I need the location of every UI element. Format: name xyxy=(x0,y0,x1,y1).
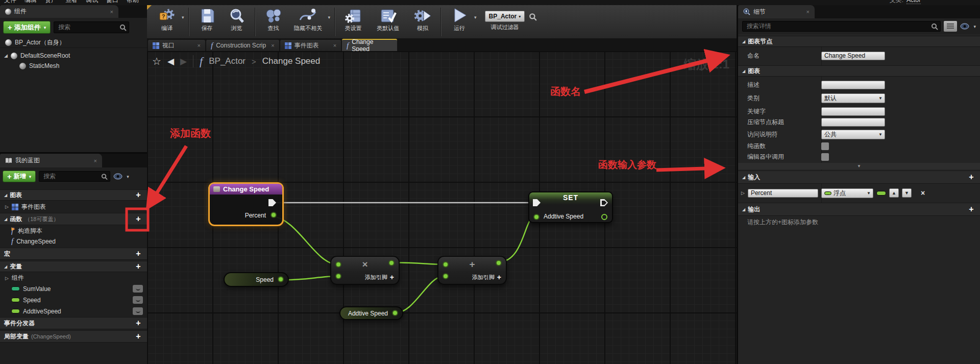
eye-filter-icon[interactable] xyxy=(960,23,970,30)
compile-options-dropdown[interactable]: ▾ xyxy=(182,15,184,20)
add-in-pin-b[interactable] xyxy=(443,273,449,279)
section-event-dispatchers[interactable]: 事件分发器 + xyxy=(0,317,147,329)
add-graph-button[interactable]: + xyxy=(134,190,143,200)
variable-sumvalue[interactable]: SumValue xyxy=(0,283,147,294)
category-dropdown[interactable]: 默认 ▼ xyxy=(821,93,885,103)
expand-icon[interactable]: ▷ xyxy=(741,190,745,196)
visibility-toggle[interactable] xyxy=(133,285,143,293)
section-collapse-bar[interactable]: ▼ xyxy=(738,163,980,169)
multiply-in-pin-b[interactable] xyxy=(335,273,341,279)
hide-unrelated-dropdown[interactable]: ▾ xyxy=(328,15,331,20)
eye-filter-icon[interactable] xyxy=(113,173,124,180)
tab-event-graph[interactable]: 事件图表 × xyxy=(280,40,341,51)
pass-by-ref-toggle[interactable] xyxy=(876,191,886,196)
add-variable-button[interactable]: + xyxy=(134,262,143,271)
save-button[interactable]: 保存 xyxy=(192,8,222,32)
node-set[interactable]: SET Addtive Speed xyxy=(528,191,613,223)
hide-unrelated-button[interactable]: 隐藏不相关 xyxy=(288,8,328,32)
section-graph[interactable]: ◢ 图表 xyxy=(738,65,980,77)
add-component-button[interactable]: + 添加组件 ▾ xyxy=(3,21,51,34)
tab-components[interactable]: 组件 × xyxy=(0,5,118,18)
variable-addtivespeed[interactable]: AddtiveSpeed xyxy=(0,306,147,317)
components-search-input[interactable]: 搜索 xyxy=(54,21,129,33)
tab-my-blueprint[interactable]: 我的蓝图 × xyxy=(0,154,102,167)
blueprint-search-input[interactable]: 搜索 xyxy=(39,171,110,182)
item-event-graph[interactable]: ▷ 事件图表 xyxy=(0,202,147,212)
tab-details[interactable]: 细节 × xyxy=(738,5,815,18)
tree-item-scene-root[interactable]: ◢ DefaultSceneRoot xyxy=(0,51,147,60)
section-graphs[interactable]: ◢ 图表 + xyxy=(0,189,147,201)
node-get-addtive-speed[interactable]: Addtive Speed xyxy=(339,306,403,320)
tree-item-static-mesh[interactable]: StaticMesh xyxy=(0,61,147,70)
tree-item-bp-actor[interactable]: BP_Actor（自身） xyxy=(0,38,147,48)
browse-button[interactable]: 浏览 xyxy=(222,8,252,32)
debug-object-dropdown[interactable]: BP_Actor ▾ xyxy=(485,11,525,22)
keywords-input[interactable] xyxy=(821,107,885,116)
class-defaults-button[interactable]: 类默认值 xyxy=(368,8,408,32)
tab-viewport[interactable]: 视口 × xyxy=(148,40,205,51)
variable-speed[interactable]: Speed xyxy=(0,295,147,305)
add-dispatcher-button[interactable]: + xyxy=(134,319,143,328)
class-settings-button[interactable]: 类设置 xyxy=(338,8,368,32)
pure-function-checkbox[interactable] xyxy=(821,142,829,150)
exec-out-pin[interactable] xyxy=(268,199,276,206)
multiply-out-pin[interactable] xyxy=(388,260,395,266)
percent-out-pin[interactable] xyxy=(271,212,277,218)
add-pin-button[interactable]: 添加引脚+ xyxy=(365,273,394,281)
node-get-speed[interactable]: Speed xyxy=(224,272,289,287)
item-change-speed-function[interactable]: f ChangeSpeed xyxy=(0,236,147,246)
close-icon[interactable]: × xyxy=(198,42,201,48)
menu-debug[interactable]: 调试 xyxy=(86,0,98,4)
menu-asset[interactable]: 资产 xyxy=(45,0,57,4)
description-input[interactable] xyxy=(821,81,885,89)
add-local-variable-button[interactable]: + xyxy=(134,332,143,341)
add-pin-button[interactable]: 添加引脚+ xyxy=(472,273,501,281)
find-button[interactable]: 查找 xyxy=(259,8,288,32)
chevron-down-icon[interactable]: ▾ xyxy=(973,24,976,29)
simulate-button[interactable]: 模拟 xyxy=(408,8,437,32)
section-local-variables[interactable]: 局部变量 (ChangeSpeed) + xyxy=(0,330,147,343)
close-icon[interactable]: × xyxy=(271,42,274,48)
section-outputs[interactable]: ◢ 输出 + xyxy=(738,203,980,216)
section-functions[interactable]: ◢ 函数 （18可覆盖） + xyxy=(0,213,147,225)
close-icon[interactable]: × xyxy=(806,9,810,15)
function-name-input[interactable]: Change Speed xyxy=(821,52,885,60)
details-search-input[interactable]: 搜索详情 xyxy=(742,21,941,32)
node-add[interactable]: + 添加引脚+ xyxy=(437,256,507,285)
visibility-toggle[interactable] xyxy=(133,296,143,304)
add-input-button[interactable]: + xyxy=(967,173,976,182)
addtive-out-pin[interactable] xyxy=(392,310,398,316)
debug-search-icon[interactable] xyxy=(529,13,537,21)
input-name-field[interactable]: Percent xyxy=(748,189,818,198)
compact-title-input[interactable] xyxy=(821,118,885,127)
display-mode-button[interactable] xyxy=(944,21,957,32)
visibility-toggle[interactable] xyxy=(133,307,143,315)
section-variables[interactable]: ◢ 变量 + xyxy=(0,261,147,272)
section-macros[interactable]: 宏 + xyxy=(0,248,147,260)
menu-file[interactable]: 文件 xyxy=(4,0,16,4)
section-graph-node[interactable]: ◢ 图表节点 xyxy=(738,36,980,47)
move-down-button[interactable]: ▼ xyxy=(902,188,912,198)
close-icon[interactable]: × xyxy=(110,9,113,15)
new-button[interactable]: + 新增 ▾ xyxy=(3,171,36,182)
graph-canvas[interactable]: ☆ ◀ ▶ f BP_Actor > Change Speed 缩放 1:1 C… xyxy=(147,51,737,364)
add-output-button[interactable]: + xyxy=(967,205,976,214)
add-out-pin[interactable] xyxy=(496,260,502,266)
collapse-icon[interactable]: ◢ xyxy=(4,53,8,58)
compile-button[interactable]: ? 编译 xyxy=(152,8,182,32)
close-icon[interactable]: × xyxy=(333,42,336,48)
input-type-dropdown[interactable]: 浮点 ▼ xyxy=(821,188,873,198)
add-in-pin-a[interactable] xyxy=(443,261,449,268)
chevron-down-icon[interactable]: ▾ xyxy=(127,174,129,179)
menu-edit[interactable]: 编辑 xyxy=(24,0,37,4)
multiply-in-pin-a[interactable] xyxy=(335,261,341,268)
item-construction-script[interactable]: f ▶ 构造脚本 xyxy=(0,226,147,236)
play-button[interactable]: 运行 xyxy=(445,8,474,32)
speed-out-pin[interactable] xyxy=(278,276,284,282)
node-function-entry[interactable]: Change Speed Percent xyxy=(208,182,284,226)
set-value-out-pin[interactable] xyxy=(601,214,607,220)
set-value-in-pin[interactable] xyxy=(533,214,540,220)
play-options-dropdown[interactable]: ▾ xyxy=(474,15,477,20)
tab-change-speed[interactable]: f Change Speed xyxy=(342,39,397,51)
tab-construction-script[interactable]: f Construction Scrip × xyxy=(206,40,279,51)
